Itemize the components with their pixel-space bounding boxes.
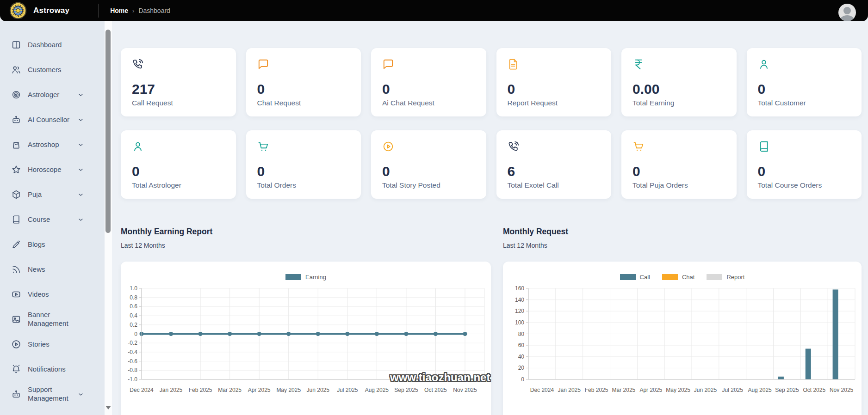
stat-value: 0.00: [632, 81, 725, 97]
svg-text:Oct 2025: Oct 2025: [803, 387, 825, 393]
dashboard-icon: [11, 40, 21, 50]
stat-label: Total Exotel Call: [508, 181, 601, 189]
stat-card-ai-chat-request: 0 Ai Chat Request: [371, 48, 486, 116]
stat-card-total-exotel-call: 6 Total Exotel Call: [496, 130, 612, 199]
svg-text:-0.6: -0.6: [128, 358, 137, 365]
sidebar-item-ai-counsellor[interactable]: AI Counsellor: [0, 107, 105, 132]
stat-value: 0: [382, 81, 475, 97]
rupee-icon: [632, 58, 725, 71]
sidebar-item-label: Horoscope: [28, 165, 62, 174]
breadcrumb-home-link[interactable]: Home: [110, 7, 128, 14]
chevron-down-icon: [77, 92, 84, 98]
svg-text:Oct 2025: Oct 2025: [424, 387, 447, 393]
sidebar-scrollbar[interactable]: [105, 21, 112, 415]
earning-chart-legend: Earning: [121, 274, 491, 280]
stories-icon: [11, 339, 21, 349]
sidebar-item-news[interactable]: News: [0, 257, 105, 282]
stat-card-chat-request: 0 Chat Request: [246, 48, 361, 116]
svg-text:May 2025: May 2025: [666, 387, 690, 393]
monthly-request-chart-card: Call Chat Report 160140120100806040200De…: [503, 262, 862, 415]
svg-text:Jan 2025: Jan 2025: [160, 387, 183, 393]
cart-icon: [632, 140, 725, 153]
svg-text:-0.4: -0.4: [128, 349, 137, 355]
stat-card-total-earning: 0.00 Total Earning: [621, 48, 737, 116]
stat-label: Total Course Orders: [758, 181, 851, 189]
svg-text:-1.0: -1.0: [128, 376, 137, 383]
sidebar-scroll-down-arrow[interactable]: [105, 406, 111, 409]
phone-call-icon: [132, 58, 225, 71]
sidebar-item-label: Customers: [28, 66, 62, 74]
monthly-earning-column: Monthly Earning Report Last 12 Months Ea…: [121, 226, 491, 415]
user-avatar[interactable]: [838, 4, 856, 21]
stat-value: 0: [758, 81, 851, 97]
sidebar-item-label: Stories: [28, 340, 50, 349]
svg-text:Jul 2025: Jul 2025: [722, 387, 744, 393]
legend-item-chat: Chat: [662, 274, 694, 281]
app-title: Astroway: [33, 6, 69, 15]
sidebar-item-label: Banner Management: [28, 311, 84, 328]
svg-text:0.4: 0.4: [130, 312, 137, 319]
sidebar-item-label: AI Counsellor: [28, 116, 69, 124]
stat-label: Total Puja Orders: [632, 181, 725, 189]
phone-call-icon: [508, 140, 601, 153]
sidebar-scrollbar-thumb[interactable]: [105, 30, 111, 233]
svg-text:0.6: 0.6: [130, 303, 137, 310]
svg-text:-0.2: -0.2: [128, 340, 137, 346]
top-header: Astroway Home › Dashboard: [0, 0, 868, 21]
horoscope-icon: [11, 165, 21, 175]
stat-card-total-orders: 0 Total Orders: [246, 130, 361, 199]
breadcrumb: Home › Dashboard: [110, 7, 170, 14]
svg-text:40: 40: [518, 354, 525, 360]
legend-item-earning: Earning: [285, 274, 326, 281]
stat-value: 0: [382, 164, 475, 179]
stat-label: Total Story Posted: [382, 181, 475, 189]
stat-value: 0: [257, 164, 350, 179]
sidebar-nav: Dashboard Customers Astrologer AI Counse…: [0, 21, 105, 415]
sidebar-item-videos[interactable]: Videos: [0, 282, 105, 307]
stat-card-total-story-posted: 0 Total Story Posted: [371, 130, 486, 199]
puja-icon: [11, 189, 21, 200]
svg-text:Apr 2025: Apr 2025: [639, 387, 662, 393]
cart-icon: [257, 140, 350, 153]
sidebar-item-dashboard[interactable]: Dashboard: [0, 32, 105, 57]
svg-text:Nov 2025: Nov 2025: [830, 387, 854, 393]
stat-value: 6: [508, 164, 601, 179]
request-section-title: Monthly Request: [503, 226, 862, 237]
svg-text:Feb 2025: Feb 2025: [189, 387, 212, 393]
sidebar-item-label: Dashboard: [28, 41, 62, 49]
svg-text:120: 120: [515, 308, 524, 314]
sidebar-item-astroshop[interactable]: Astroshop: [0, 132, 105, 157]
stat-value: 0: [632, 164, 725, 179]
svg-text:100: 100: [515, 319, 524, 326]
sidebar-item-astrologer[interactable]: Astrologer: [0, 82, 105, 107]
header-divider: [98, 4, 99, 18]
sidebar-item-customers[interactable]: Customers: [0, 57, 105, 82]
sidebar-item-label: News: [28, 265, 45, 274]
svg-text:Mar 2025: Mar 2025: [218, 387, 242, 393]
stat-label: Total Astrologer: [132, 181, 225, 189]
sidebar-item-support-management[interactable]: Support Management: [0, 382, 105, 407]
stat-label: Report Request: [508, 99, 601, 107]
sidebar-item-label: Blogs: [28, 240, 45, 249]
sidebar-item-banner-management[interactable]: Banner Management: [0, 307, 105, 332]
sidebar-item-puja[interactable]: Puja: [0, 182, 105, 207]
avatar-person-icon: [843, 7, 851, 14]
sidebar-item-blogs[interactable]: Blogs: [0, 232, 105, 257]
svg-text:Jan 2025: Jan 2025: [558, 387, 581, 393]
chevron-down-icon: [77, 191, 84, 198]
stat-label: Total Orders: [257, 181, 350, 189]
chevron-down-icon: [77, 141, 84, 148]
sidebar-item-notifications[interactable]: Notifications: [0, 357, 105, 382]
svg-text:May 2025: May 2025: [276, 387, 301, 393]
main-content: 217 Call Request 0 Chat Request 0 Ai Cha…: [112, 21, 868, 415]
sidebar-item-stories[interactable]: Stories: [0, 332, 105, 357]
sidebar-item-course[interactable]: Course: [0, 207, 105, 232]
svg-text:1.0: 1.0: [130, 285, 137, 292]
sidebar-item-horoscope[interactable]: Horoscope: [0, 157, 105, 182]
book-icon: [758, 140, 851, 153]
request-bar-chart: 160140120100806040200Dec 2024Jan 2025Feb…: [503, 285, 862, 400]
course-icon: [11, 214, 21, 225]
stat-card-total-customer: 0 Total Customer: [747, 48, 862, 116]
sidebar-item-label: Astroshop: [28, 140, 59, 149]
chevron-down-icon: [77, 116, 84, 123]
